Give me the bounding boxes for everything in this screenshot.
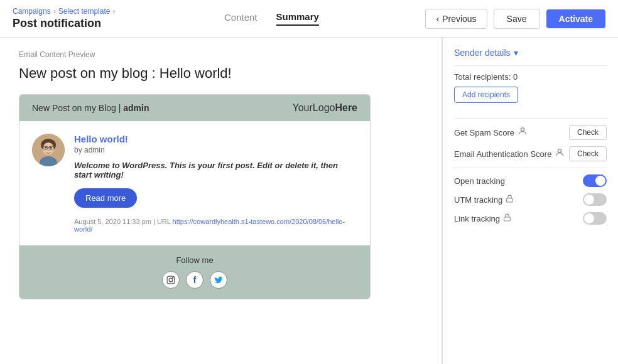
- email-content-label: Email Content Preview: [19, 50, 423, 59]
- recipients-row: Total recipients: 0: [454, 72, 607, 82]
- spam-score-check-button[interactable]: Check: [569, 125, 607, 140]
- page-title: Post notification: [13, 17, 117, 30]
- blog-title-bold: admin: [123, 103, 149, 113]
- breadcrumb-campaigns[interactable]: Campaigns: [13, 7, 51, 16]
- auth-score-row: Email Authentication Score Check: [454, 146, 607, 161]
- breadcrumb: Campaigns › Select template ›: [13, 7, 117, 16]
- twitter-icon[interactable]: [210, 271, 227, 289]
- email-preview-footer: Follow me f: [19, 245, 370, 299]
- previous-button[interactable]: ‹ Previous: [425, 9, 487, 29]
- breadcrumb-sep2: ›: [112, 7, 115, 16]
- spam-score-label: Get Spam Score: [454, 126, 528, 139]
- tab-content[interactable]: Content: [224, 12, 258, 25]
- open-tracking-text: Open tracking: [454, 176, 505, 186]
- link-tracking-toggle[interactable]: [583, 212, 607, 225]
- add-recipients-button[interactable]: Add recipients: [454, 87, 518, 103]
- svg-point-8: [48, 150, 50, 151]
- link-tracking-label: Link tracking: [454, 213, 511, 223]
- open-tracking-toggle[interactable]: [583, 174, 607, 187]
- link-tracking-row: Link tracking: [454, 212, 607, 225]
- email-preview-body: Hello world! by admin Welcome to WordPre…: [19, 121, 370, 245]
- link-lock-icon: [503, 213, 511, 223]
- svg-point-13: [521, 128, 524, 131]
- right-panel: Sender details ▾ Total recipients: 0 Add…: [442, 38, 618, 364]
- previous-label: Previous: [442, 14, 476, 24]
- svg-point-3: [45, 147, 47, 149]
- left-panel: Email Content Preview New post on my blo…: [0, 38, 442, 364]
- svg-point-11: [169, 278, 173, 282]
- activate-button[interactable]: Activate: [546, 9, 605, 28]
- email-subject: New post on my blog : Hello world!: [19, 65, 423, 82]
- link-tracking-knob: [584, 213, 594, 223]
- instagram-icon[interactable]: [162, 271, 180, 289]
- breadcrumb-sep1: ›: [53, 7, 56, 16]
- social-icons: f: [32, 271, 357, 289]
- post-info: Hello world! by admin Welcome to WordPre…: [74, 134, 357, 233]
- auth-score-text: Email Authentication Score: [454, 149, 551, 159]
- logo-bold: Here: [335, 102, 357, 113]
- email-preview-card: New Post on my Blog | admin YourLogoHere: [19, 94, 371, 299]
- facebook-letter: f: [193, 275, 197, 285]
- breadcrumb-select-template[interactable]: Select template: [58, 7, 111, 16]
- divider1: [454, 65, 607, 66]
- post-meta-date: August 5, 2020 11:33 pm: [74, 218, 151, 225]
- blog-title: New Post on my Blog | admin: [32, 103, 149, 113]
- facebook-icon[interactable]: f: [186, 271, 203, 289]
- blog-title-text: New Post on my Blog |: [32, 103, 121, 113]
- post-avatar: [32, 134, 65, 166]
- toolbar-actions: ‹ Previous Save Activate: [425, 9, 605, 29]
- utm-tracking-text: UTM tracking: [454, 195, 502, 205]
- top-bar-left: Campaigns › Select template › Post notif…: [13, 7, 117, 30]
- follow-label: Follow me: [32, 255, 357, 265]
- utm-tracking-label: UTM tracking: [454, 195, 514, 205]
- utm-tracking-row: UTM tracking: [454, 193, 607, 206]
- post-excerpt: Welcome to WordPress. This is your first…: [74, 161, 357, 179]
- chevron-left-icon: ‹: [436, 14, 439, 24]
- email-preview-header: New Post on my Blog | admin YourLogoHere: [19, 95, 370, 121]
- recipients-count: 0: [513, 72, 518, 82]
- tab-bar: Content Summary: [224, 11, 319, 26]
- spam-score-text: Get Spam Score: [454, 128, 514, 137]
- logo-text: YourLogo: [293, 102, 335, 113]
- spam-score-icon: [518, 126, 528, 139]
- read-more-button[interactable]: Read more: [74, 188, 137, 208]
- post-meta-url-sep: | URL: [153, 218, 173, 225]
- recipients-label: Total recipients: 0: [454, 72, 518, 82]
- auth-score-icon: [555, 147, 565, 160]
- open-tracking-row: Open tracking: [454, 174, 607, 187]
- svg-point-14: [558, 149, 561, 153]
- post-author: by admin: [74, 146, 357, 154]
- sender-details-label: Sender details: [454, 48, 511, 58]
- auth-score-label: Email Authentication Score: [454, 147, 565, 160]
- link-tracking-text: Link tracking: [454, 214, 500, 223]
- post-title[interactable]: Hello world!: [74, 134, 357, 144]
- tab-summary[interactable]: Summary: [276, 11, 319, 26]
- sender-details-header[interactable]: Sender details ▾: [454, 48, 607, 58]
- utm-tracking-toggle[interactable]: [583, 193, 607, 206]
- divider3: [454, 168, 607, 168]
- svg-rect-10: [167, 276, 175, 284]
- open-tracking-knob: [595, 176, 605, 186]
- divider2: [454, 118, 607, 119]
- svg-point-12: [173, 277, 173, 278]
- svg-rect-16: [504, 217, 511, 221]
- utm-tracking-knob: [584, 195, 594, 205]
- svg-rect-15: [507, 198, 513, 202]
- top-bar: Campaigns › Select template › Post notif…: [0, 0, 618, 38]
- chevron-down-icon: ▾: [514, 48, 518, 58]
- auth-score-check-button[interactable]: Check: [569, 146, 607, 161]
- avatar-svg: [32, 134, 65, 166]
- spam-score-row: Get Spam Score Check: [454, 125, 607, 140]
- open-tracking-label: Open tracking: [454, 176, 505, 186]
- utm-lock-icon: [506, 195, 514, 205]
- save-button[interactable]: Save: [494, 9, 540, 29]
- logo: YourLogoHere: [293, 102, 358, 114]
- post-meta: August 5, 2020 11:33 pm | URL https://co…: [74, 218, 357, 233]
- post-row: Hello world! by admin Welcome to WordPre…: [32, 134, 357, 233]
- svg-point-4: [50, 147, 52, 149]
- main-content: Email Content Preview New post on my blo…: [0, 38, 618, 364]
